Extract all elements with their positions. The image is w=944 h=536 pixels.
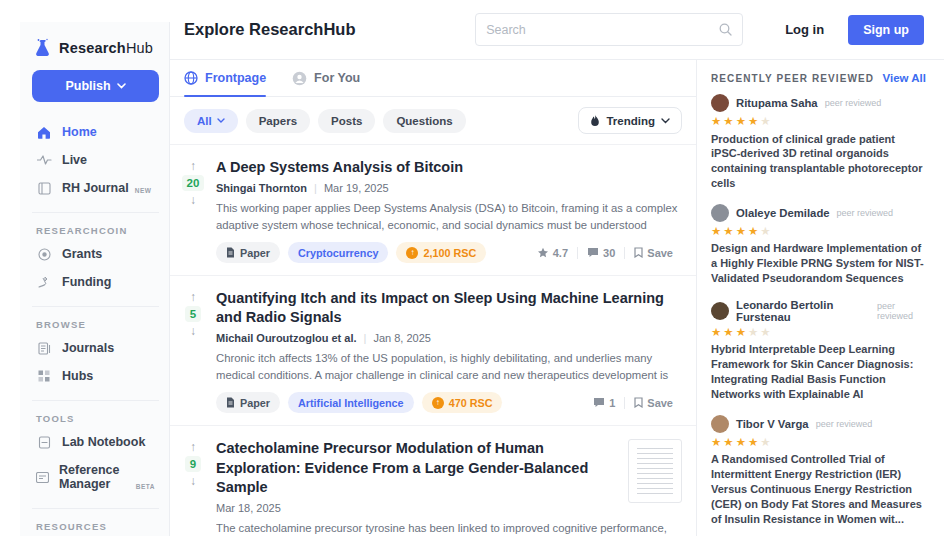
downvote-button[interactable]: ↓ xyxy=(190,194,196,206)
topic-tag[interactable]: Artificial Intelligence xyxy=(288,392,414,413)
paper-abstract: Chronic itch affects 13% of the US popul… xyxy=(216,350,682,383)
reviewed-paper-title-link[interactable]: Production of clinical grade patient iPS… xyxy=(711,132,926,191)
peer-reviewed-label: peer reviewed xyxy=(837,208,894,218)
upvote-button[interactable]: ↑ xyxy=(190,291,196,303)
peer-review-card: Leonardo Bertolin Furstenau peer reviewe… xyxy=(711,299,926,402)
section-title: TOOLS xyxy=(32,411,159,428)
avatar[interactable] xyxy=(711,204,729,222)
save-label: Save xyxy=(647,397,673,409)
reviewer-name-link[interactable]: Olaleye Demilade xyxy=(736,207,830,219)
reviewed-paper-title-link[interactable]: Design and Hardware Implementation of a … xyxy=(711,241,926,286)
reviewer-name-link[interactable]: Ritupama Saha xyxy=(736,97,818,109)
feed-item-body: A Deep Systems Analysis of Bitcoin Shing… xyxy=(216,158,682,263)
downvote-button[interactable]: ↓ xyxy=(190,475,196,487)
sidebar-item-home[interactable]: Home xyxy=(32,118,159,146)
search-input[interactable] xyxy=(486,23,711,37)
rsc-tag[interactable]: ↑ 470 RSC xyxy=(422,392,503,413)
sidebar-item-label: Live xyxy=(62,153,87,167)
comments-metric[interactable]: 1 xyxy=(584,397,624,409)
trending-label: Trending xyxy=(606,115,655,127)
paper-abstract: This working paper applies Deep Systems … xyxy=(216,200,682,233)
coin-icon xyxy=(36,248,52,261)
sidebar-item-grants[interactable]: Grants xyxy=(32,240,159,268)
sidebar-item-hubs[interactable]: Hubs xyxy=(32,362,159,390)
paper-thumbnail[interactable] xyxy=(628,439,682,503)
comments-metric[interactable]: 30 xyxy=(577,247,624,259)
vote-count: 5 xyxy=(185,306,201,322)
feed-item: ↑ 5 ↓ Quantifying Itch and its Impact on… xyxy=(170,276,696,426)
hubs-grid-icon xyxy=(36,370,52,382)
feed-item-body: Catecholamine Precursor Modulation of Hu… xyxy=(216,439,682,536)
reference-card-icon xyxy=(36,472,49,483)
feed-tabs: Frontpage For You xyxy=(170,60,696,97)
filter-bar: All Papers Posts Questions Trending xyxy=(170,97,696,145)
peer-review-card: Ritupama Saha peer reviewed ★★★★★ Produc… xyxy=(711,94,926,191)
sidebar-item-funding[interactable]: Funding xyxy=(32,268,159,296)
save-button[interactable]: Save xyxy=(624,397,682,409)
feed-item: ↑ 9 ↓ Catecholamine Precursor Modulation… xyxy=(170,426,696,536)
sidebar-item-label: Lab Notebook xyxy=(62,435,145,449)
filter-questions[interactable]: Questions xyxy=(383,109,465,133)
flame-icon xyxy=(590,114,600,127)
tab-frontpage[interactable]: Frontpage xyxy=(184,60,266,96)
publish-button[interactable]: Publish xyxy=(32,70,159,102)
reviewer-name-link[interactable]: Leonardo Bertolin Furstenau xyxy=(736,299,870,323)
peer-reviewed-label: peer reviewed xyxy=(877,301,926,321)
upvote-button[interactable]: ↑ xyxy=(190,160,196,172)
rating-metric[interactable]: 4.7 xyxy=(528,247,577,259)
sidebar-item-label: Home xyxy=(62,125,97,139)
peer-reviewed-view-all-link[interactable]: View All xyxy=(883,72,926,84)
sidebar-item-reference-manager[interactable]: Reference Manager BETA xyxy=(32,456,159,498)
reviewed-paper-title-link[interactable]: A Randomised Controlled Trial of Intermi… xyxy=(711,452,926,526)
comment-icon xyxy=(593,397,605,408)
chevron-down-icon xyxy=(117,83,126,89)
topic-tag[interactable]: Cryptocurrency xyxy=(288,242,388,263)
sort-trending-button[interactable]: Trending xyxy=(578,107,682,134)
funding-icon xyxy=(36,276,52,288)
filter-all[interactable]: All xyxy=(184,109,238,133)
paper-doc-icon xyxy=(226,247,235,258)
filter-posts[interactable]: Posts xyxy=(318,109,375,133)
paper-date: Jan 8, 2025 xyxy=(373,332,431,344)
sidebar-item-lab-notebook[interactable]: Lab Notebook xyxy=(32,428,159,456)
section-title: RESOURCES xyxy=(32,519,159,536)
upvote-button[interactable]: ↑ xyxy=(190,441,196,453)
paper-title-link[interactable]: Quantifying Itch and its Impact on Sleep… xyxy=(216,289,682,327)
reviewed-paper-title-link[interactable]: Hybrid Interpretable Deep Learning Frame… xyxy=(711,342,926,401)
publish-label: Publish xyxy=(65,79,110,93)
sidebar-item-journals[interactable]: Journals xyxy=(32,334,159,362)
researchhub-app: ResearchHub Publish Home Live RH Journal… xyxy=(0,0,944,536)
flask-logo-icon xyxy=(34,38,52,58)
save-button[interactable]: Save xyxy=(624,247,682,259)
type-tag[interactable]: Paper xyxy=(216,242,280,263)
author-link[interactable]: Shingai Thornton xyxy=(216,182,307,194)
rsc-amount: 2,100 RSC xyxy=(423,247,476,259)
login-button[interactable]: Log in xyxy=(785,22,824,37)
search-bar[interactable] xyxy=(475,13,743,46)
avatar[interactable] xyxy=(711,94,729,112)
item-metrics: 4.7 30 Save xyxy=(528,247,682,259)
sidebar-item-rh-journal[interactable]: RH Journal NEW xyxy=(32,174,159,202)
downvote-button[interactable]: ↓ xyxy=(190,325,196,337)
paper-title-link[interactable]: Catecholamine Precursor Modulation of Hu… xyxy=(216,439,612,496)
globe-icon xyxy=(184,71,198,85)
signup-button[interactable]: Sign up xyxy=(848,15,924,45)
save-label: Save xyxy=(647,247,673,259)
rsc-coin-icon: ↑ xyxy=(432,397,444,409)
sidebar-item-live[interactable]: Live xyxy=(32,146,159,174)
type-tag[interactable]: Paper xyxy=(216,392,280,413)
rating-value: 4.7 xyxy=(553,247,568,259)
avatar[interactable] xyxy=(711,415,729,433)
paper-doc-icon xyxy=(226,397,235,408)
avatar[interactable] xyxy=(711,302,729,320)
reviewer-name-link[interactable]: Tibor V Varga xyxy=(736,418,809,430)
author-link[interactable]: Michail Ouroutzoglou et al. xyxy=(216,332,357,344)
filter-papers[interactable]: Papers xyxy=(246,109,310,133)
comments-count: 1 xyxy=(609,397,615,409)
paper-title-link[interactable]: A Deep Systems Analysis of Bitcoin xyxy=(216,158,682,177)
journals-icon xyxy=(36,342,52,355)
tab-for-you[interactable]: For You xyxy=(292,60,360,96)
star-icon xyxy=(537,247,549,259)
logo[interactable]: ResearchHub xyxy=(32,34,159,70)
rsc-tag[interactable]: ↑ 2,100 RSC xyxy=(396,242,486,263)
